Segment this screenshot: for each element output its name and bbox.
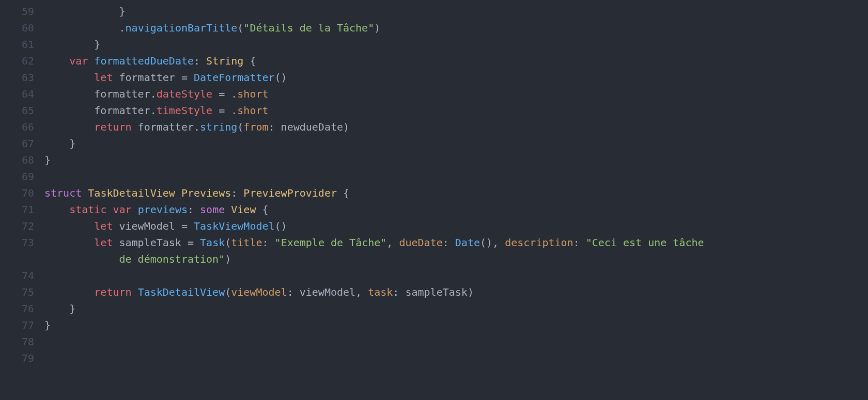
code-line[interactable]: return formatter.string(from: newdueDate…	[44, 119, 868, 135]
line-number: 63	[0, 69, 34, 86]
code-line[interactable]: }	[44, 317, 868, 333]
code-line[interactable]: let viewModel = TaskViewModel()	[44, 218, 868, 234]
code-line[interactable]: static var previews: some View {	[44, 201, 868, 218]
line-number: 76	[0, 300, 34, 317]
line-number: 73	[0, 234, 34, 251]
code-line[interactable]: .navigationBarTitle("Détails de la Tâche…	[44, 20, 868, 36]
code-line[interactable]: }	[44, 300, 868, 317]
line-number: 66	[0, 119, 34, 135]
line-number: 59	[0, 3, 34, 20]
line-number: 70	[0, 185, 34, 201]
code-line[interactable]	[44, 168, 868, 185]
code-area[interactable]: } .navigationBarTitle("Détails de la Tâc…	[44, 3, 868, 366]
code-line[interactable]: }	[44, 152, 868, 168]
code-line[interactable]: let sampleTask = Task(title: "Exemple de…	[44, 234, 868, 251]
code-line[interactable]: }	[44, 36, 868, 53]
code-line[interactable]: return TaskDetailView(viewModel: viewMod…	[44, 284, 868, 300]
code-line[interactable]: let formatter = DateFormatter()	[44, 69, 868, 86]
line-number: 74	[0, 267, 34, 284]
line-number: 64	[0, 86, 34, 102]
line-number	[0, 251, 34, 267]
code-line[interactable]: struct TaskDetailView_Previews: PreviewP…	[44, 185, 868, 201]
code-line[interactable]	[44, 333, 868, 350]
code-line[interactable]	[44, 267, 868, 284]
code-line-wrap[interactable]: de démonstration")	[44, 251, 868, 267]
line-number-gutter: 59 60 61 62 63 64 65 66 67 68 69 70 71 7…	[0, 3, 44, 366]
line-number: 72	[0, 218, 34, 234]
line-number: 78	[0, 333, 34, 350]
code-line[interactable]	[44, 350, 868, 366]
line-number: 65	[0, 102, 34, 119]
line-number: 62	[0, 53, 34, 69]
line-number: 60	[0, 20, 34, 36]
code-line[interactable]: var formattedDueDate: String {	[44, 53, 868, 69]
code-line[interactable]: formatter.timeStyle = .short	[44, 102, 868, 119]
line-number: 69	[0, 168, 34, 185]
code-line[interactable]: }	[44, 3, 868, 20]
line-number: 79	[0, 350, 34, 366]
line-number: 67	[0, 135, 34, 152]
line-number: 75	[0, 284, 34, 300]
code-line[interactable]: }	[44, 135, 868, 152]
line-number: 68	[0, 152, 34, 168]
line-number: 77	[0, 317, 34, 333]
code-editor[interactable]: 59 60 61 62 63 64 65 66 67 68 69 70 71 7…	[0, 0, 868, 366]
line-number: 61	[0, 36, 34, 53]
line-number: 71	[0, 201, 34, 218]
code-line[interactable]: formatter.dateStyle = .short	[44, 86, 868, 102]
